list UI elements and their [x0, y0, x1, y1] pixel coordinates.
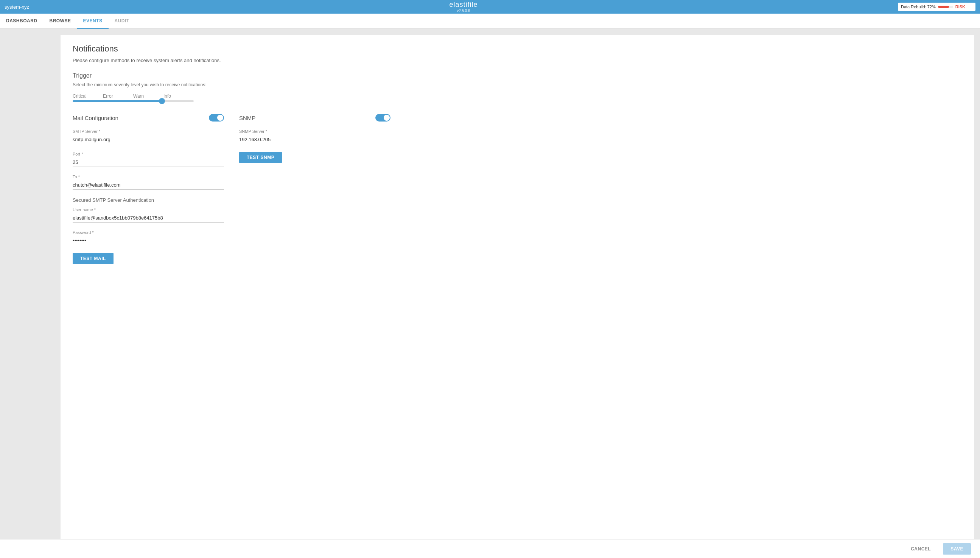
config-columns: Mail Configuration SMTP Server * Port * …	[73, 114, 962, 264]
page-container: Notifications Please configure methods t…	[0, 29, 980, 558]
test-snmp-button[interactable]: TEST SNMP	[239, 152, 282, 163]
sidebar	[0, 29, 61, 558]
page-subtitle: Please configure methods to receive syst…	[73, 57, 962, 63]
password-input[interactable]	[73, 236, 224, 245]
snmp-server-input[interactable]	[239, 135, 391, 144]
mail-toggle-slider[interactable]	[209, 114, 224, 121]
slider-labels: Critical Error Warn Info	[73, 94, 962, 99]
password-field: Password *	[73, 230, 224, 245]
app-version: v2.5.0.9	[449, 9, 478, 13]
nav-browse[interactable]: BROWSE	[44, 14, 77, 29]
risk-label: RISK	[955, 5, 965, 9]
port-field: Port *	[73, 152, 224, 167]
user-icon[interactable]: ⚙	[967, 4, 972, 10]
auth-section-title: Secured SMTP Server Authentication	[73, 197, 224, 203]
mail-config-header: Mail Configuration	[73, 114, 224, 121]
nav-dashboard[interactable]: DASHBOARD	[6, 14, 44, 29]
trigger-section-title: Trigger	[73, 72, 962, 79]
test-mail-button[interactable]: TEST MAIL	[73, 253, 113, 264]
page-title: Notifications	[73, 44, 962, 54]
mail-config-col: Mail Configuration SMTP Server * Port * …	[73, 114, 224, 264]
main-content: Notifications Please configure methods t…	[61, 35, 974, 558]
save-button[interactable]: SAVE	[943, 543, 971, 555]
status-badge: Data Rebuild: 72% RISK ⚙	[898, 3, 975, 11]
snmp-toggle-slider[interactable]	[375, 114, 391, 121]
username-input[interactable]	[73, 213, 224, 223]
nav-bar: DASHBOARD BROWSE EVENTS AUDIT	[0, 14, 980, 29]
username-field: User name *	[73, 207, 224, 223]
brand: elastifile v2.5.0.9	[449, 1, 478, 13]
system-name: system-xyz	[5, 4, 29, 10]
to-field: To *	[73, 174, 224, 190]
trigger-description: Select the minimum severity level you wi…	[73, 82, 962, 87]
snmp-title: SNMP	[239, 115, 255, 121]
port-label: Port *	[73, 152, 224, 156]
username-label: User name *	[73, 207, 224, 212]
snmp-server-field: SNMP Server *	[239, 129, 391, 144]
nav-audit[interactable]: AUDIT	[109, 14, 136, 29]
severity-slider-container: Critical Error Warn Info	[73, 94, 962, 102]
brand-logo: elastifile	[449, 1, 478, 8]
snmp-toggle[interactable]	[375, 114, 391, 121]
snmp-server-label: SNMP Server *	[239, 129, 391, 134]
smtp-server-input[interactable]	[73, 135, 224, 144]
risk-fill	[938, 6, 949, 8]
snmp-col: SNMP SNMP Server * TEST SNMP	[239, 114, 391, 264]
top-header: system-xyz elastifile v2.5.0.9 Data Rebu…	[0, 0, 980, 14]
snmp-config-header: SNMP	[239, 114, 391, 121]
to-label: To *	[73, 174, 224, 179]
mail-config-title: Mail Configuration	[73, 115, 118, 121]
smtp-server-label: SMTP Server *	[73, 129, 224, 134]
severity-slider[interactable]	[73, 100, 194, 102]
smtp-server-field: SMTP Server *	[73, 129, 224, 144]
bottom-action-bar: CANCEL SAVE	[0, 539, 980, 558]
risk-bar	[938, 6, 953, 8]
mail-config-toggle[interactable]	[209, 114, 224, 121]
to-input[interactable]	[73, 181, 224, 190]
port-input[interactable]	[73, 158, 224, 167]
nav-events[interactable]: EVENTS	[77, 14, 109, 29]
cancel-button[interactable]: CANCEL	[905, 543, 937, 555]
password-label: Password *	[73, 230, 224, 235]
rebuild-status-text: Data Rebuild: 72%	[901, 5, 936, 9]
